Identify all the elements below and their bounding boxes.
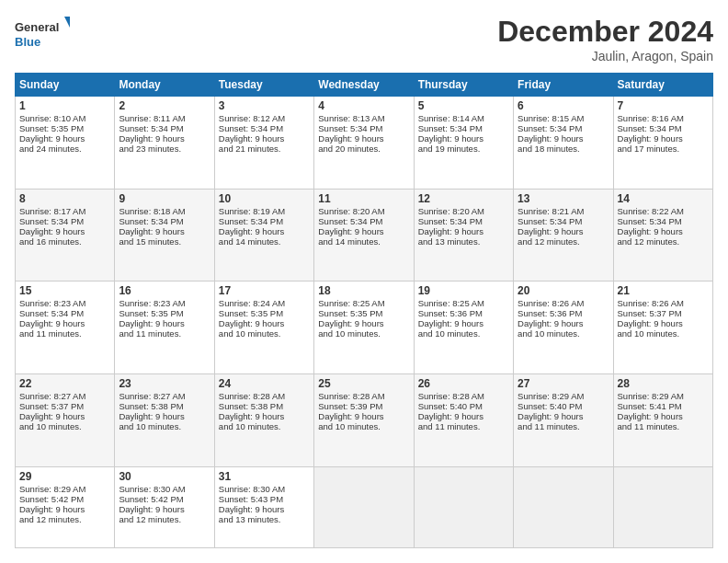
table-row [514,466,613,547]
sunrise-text: Sunrise: 8:16 AM [618,113,684,123]
table-row: 3Sunrise: 8:12 AMSunset: 5:34 PMDaylight… [214,97,313,190]
table-row: 26Sunrise: 8:28 AMSunset: 5:40 PMDayligh… [414,374,513,467]
svg-text:General: General [15,20,59,34]
sunset-text: Sunset: 5:34 PM [418,123,483,133]
col-friday: Friday [514,74,613,97]
daylight-text: Daylight: 9 hours [219,411,284,421]
table-row: 4Sunrise: 8:13 AMSunset: 5:34 PMDaylight… [314,97,414,190]
daylight-text: Daylight: 9 hours [418,226,483,236]
daylight-text: Daylight: 9 hours [618,226,683,236]
sunrise-text: Sunrise: 8:25 AM [318,298,384,308]
sunset-text: Sunset: 5:34 PM [518,216,582,226]
daylight-text2: and 12 minutes. [19,514,82,524]
table-row: 1Sunrise: 8:10 AMSunset: 5:35 PMDaylight… [16,97,115,190]
table-row: 8Sunrise: 8:17 AMSunset: 5:34 PMDaylight… [16,189,115,282]
table-row: 14Sunrise: 8:22 AMSunset: 5:34 PMDayligh… [613,189,712,282]
table-row [314,466,414,547]
daylight-text2: and 23 minutes. [119,144,181,154]
sunrise-text: Sunrise: 8:14 AM [418,113,484,123]
day-number: 18 [318,284,409,297]
table-row: 18Sunrise: 8:25 AMSunset: 5:35 PMDayligh… [314,282,414,374]
table-row: 2Sunrise: 8:11 AMSunset: 5:34 PMDaylight… [115,97,214,190]
sunset-text: Sunset: 5:34 PM [119,123,183,133]
sunset-text: Sunset: 5:38 PM [219,401,283,411]
daylight-text: Daylight: 9 hours [219,226,284,236]
daylight-text: Daylight: 9 hours [318,318,383,328]
table-row: 22Sunrise: 8:27 AMSunset: 5:37 PMDayligh… [16,374,115,467]
daylight-text2: and 18 minutes. [518,144,580,154]
sunrise-text: Sunrise: 8:26 AM [618,298,684,308]
day-number: 22 [19,377,110,390]
title-block: December 2024 Jaulin, Aragon, Spain [497,15,713,63]
col-monday: Monday [115,74,214,97]
logo: General Blue [15,15,70,52]
day-number: 13 [518,192,609,205]
day-number: 14 [618,192,709,205]
day-number: 11 [318,192,409,205]
day-number: 3 [219,99,310,112]
sunrise-text: Sunrise: 8:29 AM [19,484,85,494]
sunset-text: Sunset: 5:40 PM [518,401,582,411]
day-number: 30 [119,470,210,483]
sunset-text: Sunset: 5:34 PM [19,308,84,318]
sunrise-text: Sunrise: 8:28 AM [318,391,384,401]
sunset-text: Sunset: 5:34 PM [318,216,382,226]
calendar-table: Sunday Monday Tuesday Wednesday Thursday… [15,73,713,548]
sunset-text: Sunset: 5:43 PM [219,494,283,504]
daylight-text: Daylight: 9 hours [518,226,583,236]
sunrise-text: Sunrise: 8:17 AM [19,206,85,216]
daylight-text: Daylight: 9 hours [119,133,184,144]
daylight-text2: and 12 minutes. [618,236,680,247]
daylight-text2: and 24 minutes. [19,144,82,154]
daylight-text: Daylight: 9 hours [19,318,85,328]
sunset-text: Sunset: 5:40 PM [418,401,483,411]
daylight-text2: and 19 minutes. [418,144,481,154]
table-row: 6Sunrise: 8:15 AMSunset: 5:34 PMDaylight… [514,97,613,190]
sunrise-text: Sunrise: 8:22 AM [618,206,684,216]
daylight-text: Daylight: 9 hours [318,411,383,421]
daylight-text2: and 13 minutes. [219,514,281,524]
day-number: 9 [119,192,210,205]
day-number: 12 [418,192,509,205]
daylight-text: Daylight: 9 hours [219,133,284,144]
sunrise-text: Sunrise: 8:29 AM [618,391,684,401]
sunset-text: Sunset: 5:35 PM [119,308,183,318]
daylight-text: Daylight: 9 hours [119,318,184,328]
svg-marker-2 [64,17,70,31]
sunrise-text: Sunrise: 8:20 AM [418,206,484,216]
table-row: 12Sunrise: 8:20 AMSunset: 5:34 PMDayligh… [414,189,513,282]
daylight-text2: and 11 minutes. [119,328,181,339]
daylight-text: Daylight: 9 hours [618,411,683,421]
sunrise-text: Sunrise: 8:21 AM [518,206,584,216]
daylight-text: Daylight: 9 hours [119,226,184,236]
sunset-text: Sunset: 5:36 PM [518,308,582,318]
sunrise-text: Sunrise: 8:23 AM [119,298,185,308]
daylight-text: Daylight: 9 hours [318,133,383,144]
sunset-text: Sunset: 5:34 PM [618,123,682,133]
sunrise-text: Sunrise: 8:23 AM [19,298,85,308]
table-row: 31Sunrise: 8:30 AMSunset: 5:43 PMDayligh… [214,466,313,547]
daylight-text2: and 11 minutes. [418,421,481,431]
day-number: 27 [518,377,609,390]
daylight-text: Daylight: 9 hours [219,504,284,514]
day-number: 1 [19,99,110,112]
daylight-text: Daylight: 9 hours [418,411,483,421]
table-row: 11Sunrise: 8:20 AMSunset: 5:34 PMDayligh… [314,189,414,282]
sunrise-text: Sunrise: 8:25 AM [418,298,484,308]
table-row: 5Sunrise: 8:14 AMSunset: 5:34 PMDaylight… [414,97,513,190]
day-number: 2 [119,99,210,112]
daylight-text: Daylight: 9 hours [518,133,583,144]
day-number: 21 [618,284,709,297]
col-saturday: Saturday [613,74,712,97]
day-number: 10 [219,192,310,205]
table-row: 19Sunrise: 8:25 AMSunset: 5:36 PMDayligh… [414,282,513,374]
sunset-text: Sunset: 5:41 PM [618,401,682,411]
sunrise-text: Sunrise: 8:28 AM [219,391,285,401]
daylight-text2: and 14 minutes. [318,236,381,247]
table-row: 15Sunrise: 8:23 AMSunset: 5:34 PMDayligh… [16,282,115,374]
daylight-text2: and 10 minutes. [618,328,680,339]
daylight-text2: and 16 minutes. [19,236,82,247]
daylight-text2: and 13 minutes. [418,236,481,247]
daylight-text: Daylight: 9 hours [318,226,383,236]
location: Jaulin, Aragon, Spain [497,49,713,63]
